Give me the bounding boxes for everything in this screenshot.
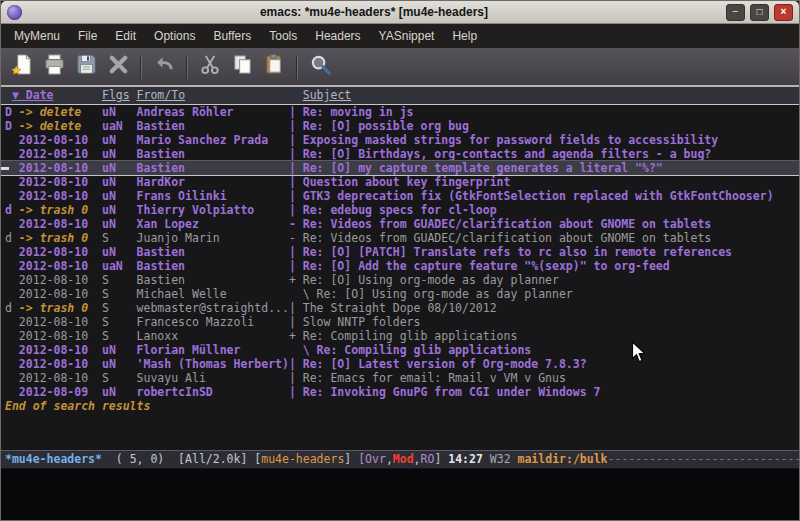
new-file-button[interactable] (7, 53, 37, 81)
message-row[interactable]: 2012-08-10 uaN Bastien | Re: [O] Add the… (1, 259, 799, 273)
mark-indicator: d (5, 301, 19, 315)
copy-icon (231, 53, 254, 80)
menu-mymenu[interactable]: MyMenu (5, 26, 69, 46)
from-cell: Xan Lopez (137, 217, 289, 231)
search-button[interactable] (305, 53, 335, 81)
menu-file[interactable]: File (69, 26, 106, 46)
column-header-subject[interactable]: Subject (303, 88, 351, 102)
from-cell: Frans Oilinki (137, 189, 289, 203)
mark-indicator (5, 287, 19, 301)
message-row[interactable]: d -> trash 0 S webmaster@straightd...| T… (1, 301, 799, 315)
column-header-date[interactable]: ▼ Date (12, 88, 54, 102)
message-row[interactable]: d -> trash 0 uN Thierry Volpiatto | Re: … (1, 203, 799, 217)
subject-cell: - Re: Videos from GUADEC/clarification a… (289, 217, 711, 231)
minibuffer[interactable] (1, 469, 799, 520)
message-row[interactable]: 2012-08-10 uN Bastien | Re: [O] [PATCH] … (1, 245, 799, 259)
modeline-segment: Mod (393, 452, 414, 466)
date-cell: 2012-08-10 (19, 245, 102, 259)
header-pad (185, 88, 303, 102)
modeline-segment: ] (344, 452, 358, 466)
flags-cell: S (102, 301, 137, 315)
flags-cell: uN (102, 133, 137, 147)
date-cell: -> trash 0 (19, 231, 102, 245)
mark-indicator (5, 315, 19, 329)
window-controls: − □ × (726, 4, 793, 21)
flags-cell: uN (102, 175, 137, 189)
print-icon (43, 53, 66, 80)
menu-buffers[interactable]: Buffers (204, 26, 260, 46)
subject-cell: \ Re: Compiling glib applications (289, 343, 531, 357)
column-header-from[interactable]: From/To (137, 88, 185, 102)
message-row[interactable]: 2012-08-10 uN Bastien | Re: [O] my captu… (1, 161, 799, 175)
menu-yasnippet[interactable]: YASnippet (370, 26, 444, 46)
new-file-icon (11, 53, 34, 80)
mode-line[interactable]: *mu4e-headers* ( 5, 0) [All/2.0k] [mu4e-… (1, 450, 799, 469)
titlebar[interactable]: emacs: *mu4e-headers* [mu4e-headers] − □… (1, 1, 799, 24)
maximize-button[interactable]: □ (750, 4, 769, 21)
mark-indicator: d (5, 203, 19, 217)
message-row[interactable]: 2012-08-10 S Michael Welle \ Re: [O] Usi… (1, 287, 799, 301)
from-cell: Mario Sanchez Prada (137, 133, 289, 147)
save-button[interactable] (71, 53, 101, 81)
mark-indicator: d (5, 231, 19, 245)
message-row[interactable]: D -> delete uaN Bastien | Re: [O] possib… (1, 119, 799, 133)
message-row[interactable]: 2012-08-10 S Francesco Mazzoli | Slow NN… (1, 315, 799, 329)
message-row[interactable]: 2012-08-10 uN Xan Lopez - Re: Videos fro… (1, 217, 799, 231)
message-row[interactable]: 2012-08-10 uN Florian Müllner \ Re: Comp… (1, 343, 799, 357)
subject-cell: | Re: Invoking GnuPG from CGI under Wind… (289, 385, 601, 399)
message-row[interactable]: 2012-08-10 S Suvayu Ali | Re: Emacs for … (1, 371, 799, 385)
date-cell: 2012-08-10 (19, 133, 102, 147)
cut-button[interactable] (195, 53, 225, 81)
from-cell: Bastien (137, 273, 289, 287)
header-pad (130, 88, 137, 102)
from-cell: Michael Welle (137, 287, 289, 301)
message-row[interactable]: 2012-08-10 uN 'Mash (Thomas Herbert)| Re… (1, 357, 799, 371)
flags-cell: uaN (102, 119, 137, 133)
paste-button[interactable] (259, 53, 289, 81)
menu-options[interactable]: Options (145, 26, 204, 46)
modeline-segment: Ovr (365, 452, 386, 466)
from-cell: Bastien (137, 161, 289, 175)
close-buffer-button[interactable] (103, 53, 133, 81)
mark-indicator (5, 343, 19, 357)
date-cell: 2012-08-10 (19, 357, 102, 371)
date-cell: 2012-08-10 (19, 161, 102, 175)
mark-indicator (5, 385, 19, 399)
message-row[interactable]: 2012-08-10 S Lanoxx + Re: Compiling glib… (1, 329, 799, 343)
close-button[interactable]: × (774, 4, 793, 21)
message-row[interactable]: d -> trash 0 S Juanjo Marin - Re: Videos… (1, 231, 799, 245)
menu-help[interactable]: Help (443, 26, 486, 46)
from-cell: Florian Müllner (137, 343, 289, 357)
from-cell: Lanoxx (137, 329, 289, 343)
modeline-segment: mu4e-headers (261, 452, 344, 466)
toolbar-separator (296, 55, 298, 79)
mu4e-headers-buffer[interactable]: ▼ Date Flgs From/To Subject D -> delete … (1, 87, 799, 450)
date-cell: 2012-08-10 (19, 329, 102, 343)
print-button[interactable] (39, 53, 69, 81)
subject-cell: + Re: Compiling glib applications (289, 329, 517, 343)
from-cell: Andreas Röhler (137, 105, 289, 119)
from-cell: Bastien (137, 245, 289, 259)
minimize-button[interactable]: − (726, 4, 745, 21)
emacs-window: emacs: *mu4e-headers* [mu4e-headers] − □… (0, 0, 800, 521)
copy-button[interactable] (227, 53, 257, 81)
menu-tools[interactable]: Tools (260, 26, 306, 46)
undo-button[interactable] (149, 53, 179, 81)
menu-edit[interactable]: Edit (106, 26, 145, 46)
flags-cell: S (102, 329, 137, 343)
message-row[interactable]: 2012-08-10 uN HardKor | Question about k… (1, 175, 799, 189)
date-cell: 2012-08-10 (19, 217, 102, 231)
message-row[interactable]: 2012-08-10 S Bastien + Re: [O] Using org… (1, 273, 799, 287)
message-row[interactable]: 2012-08-10 uN Mario Sanchez Prada | Expo… (1, 133, 799, 147)
modeline-segment: [All/2.0k] (178, 452, 254, 466)
column-header-flags[interactable]: Flgs (102, 88, 130, 102)
message-row[interactable]: D -> delete uN Andreas Röhler | Re: movi… (1, 105, 799, 119)
menu-headers[interactable]: Headers (306, 26, 369, 46)
header-pad (53, 88, 101, 102)
message-row[interactable]: 2012-08-10 uN Frans Oilinki | GTK3 depre… (1, 189, 799, 203)
close-buffer-icon (107, 53, 130, 80)
message-row[interactable]: 2012-08-09 uN robertcInSD | Re: Invoking… (1, 385, 799, 399)
flags-cell: S (102, 273, 137, 287)
message-row[interactable]: 2012-08-10 uN Bastien | Re: [O] Birthday… (1, 147, 799, 161)
subject-cell: | GTK3 deprecation fix (GtkFontSelection… (289, 189, 774, 203)
